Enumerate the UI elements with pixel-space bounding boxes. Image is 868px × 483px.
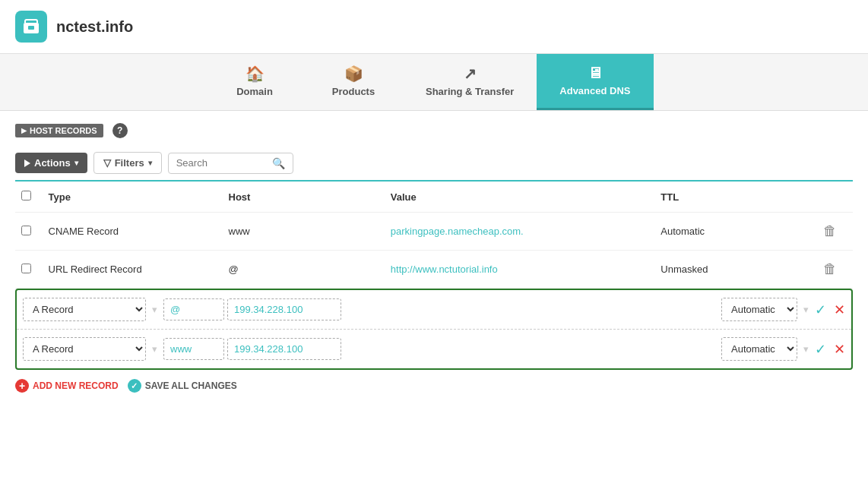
host-records-badge: HOST RECORDS	[15, 124, 103, 137]
caret-icon: ▾	[803, 304, 809, 315]
save-all-button[interactable]: ✓ SAVE ALL CHANGES	[128, 379, 237, 393]
value-input[interactable]	[227, 338, 341, 360]
page-title: nctest.info	[56, 18, 133, 36]
record-type-select[interactable]: A Record CNAME Record URL Redirect Recor…	[23, 337, 146, 361]
cancel-icon[interactable]: ✕	[834, 341, 845, 358]
filter-icon: ▽	[103, 157, 111, 169]
toolbar: Actions ▾ ▽ Filters ▾ 🔍	[0, 146, 868, 180]
col-ttl: TTL	[654, 182, 816, 213]
col-host: Host	[223, 182, 385, 213]
divider: ▾	[152, 304, 157, 315]
table-row: CNAME Record www parkingpage.namecheap.c…	[15, 213, 853, 251]
caret-icon: ▾	[152, 343, 157, 355]
box-icon: 📦	[344, 65, 363, 83]
add-new-record-button[interactable]: + ADD NEW RECORD	[15, 379, 119, 393]
record-host: www	[223, 213, 385, 251]
row-checkbox[interactable]	[21, 264, 31, 273]
host-input[interactable]	[163, 338, 224, 360]
record-host: @	[223, 251, 385, 289]
tab-products[interactable]: 📦 Products	[304, 54, 403, 110]
caret-down-icon: ▾	[74, 159, 78, 167]
confirm-icon[interactable]: ✓	[815, 341, 826, 358]
edit-row: A Record CNAME Record URL Redirect Recor…	[17, 290, 851, 330]
filters-button[interactable]: ▽ Filters ▾	[93, 152, 162, 174]
record-type-select[interactable]: A Record CNAME Record URL Redirect Recor…	[23, 298, 146, 321]
caret-down-icon: ▾	[148, 159, 152, 167]
home-icon: 🏠	[246, 65, 265, 83]
table-container: Type Host Value TTL CNAME Record www par…	[0, 180, 868, 289]
tab-advanced-dns[interactable]: 🖥 Advanced DNS	[537, 54, 653, 110]
tab-domain[interactable]: 🏠 Domain	[205, 54, 304, 110]
site-logo	[15, 11, 47, 43]
record-type: CNAME Record	[43, 213, 223, 251]
col-action	[817, 182, 853, 213]
delete-icon[interactable]: 🗑	[823, 223, 837, 238]
caret-icon: ▾	[803, 343, 809, 355]
delete-icon[interactable]: 🗑	[823, 261, 837, 276]
help-icon[interactable]: ?	[112, 123, 128, 138]
footer-actions: + ADD NEW RECORD ✓ SAVE ALL CHANGES	[0, 370, 868, 402]
search-input[interactable]	[176, 157, 268, 169]
search-box[interactable]: 🔍	[168, 153, 293, 174]
tab-sharing[interactable]: ↗ Sharing & Transfer	[403, 54, 537, 110]
dns-icon: 🖥	[588, 65, 603, 82]
header: nctest.info	[0, 0, 868, 54]
add-icon: +	[15, 379, 29, 393]
cancel-icon[interactable]: ✕	[834, 301, 845, 318]
confirm-icon[interactable]: ✓	[815, 301, 826, 318]
record-value-link[interactable]: http://www.nctutorial.info	[391, 264, 498, 275]
record-value-link[interactable]: parkingpage.namecheap.com.	[391, 226, 524, 237]
edit-row: A Record CNAME Record URL Redirect Recor…	[17, 330, 851, 368]
nav-tabs: 🏠 Domain 📦 Products ↗ Sharing & Transfer…	[0, 54, 868, 111]
ttl-select[interactable]: Automatic 1 min 5 min 30 min 1 hour	[721, 337, 797, 361]
ttl-select[interactable]: Automatic 1 min 5 min 30 min 1 hour	[721, 298, 797, 321]
section-header: HOST RECORDS ?	[0, 111, 868, 146]
value-input[interactable]	[227, 298, 341, 320]
table-row: URL Redirect Record @ http://www.nctutor…	[15, 251, 853, 289]
search-icon: 🔍	[272, 157, 285, 169]
edit-section: A Record CNAME Record URL Redirect Recor…	[15, 289, 853, 370]
record-type: URL Redirect Record	[43, 251, 223, 289]
svg-rect-1	[28, 26, 34, 30]
check-icon: ✓	[128, 379, 141, 393]
actions-button[interactable]: Actions ▾	[15, 153, 87, 173]
play-icon	[24, 159, 30, 167]
record-ttl: Automatic	[654, 213, 816, 251]
share-icon: ↗	[464, 65, 477, 83]
col-value: Value	[385, 182, 654, 213]
host-input[interactable]	[163, 298, 224, 320]
select-all-checkbox[interactable]	[21, 191, 31, 200]
row-checkbox[interactable]	[21, 226, 31, 235]
col-type: Type	[43, 182, 223, 213]
dns-table: Type Host Value TTL CNAME Record www par…	[15, 182, 853, 289]
record-ttl: Unmasked	[654, 251, 816, 289]
